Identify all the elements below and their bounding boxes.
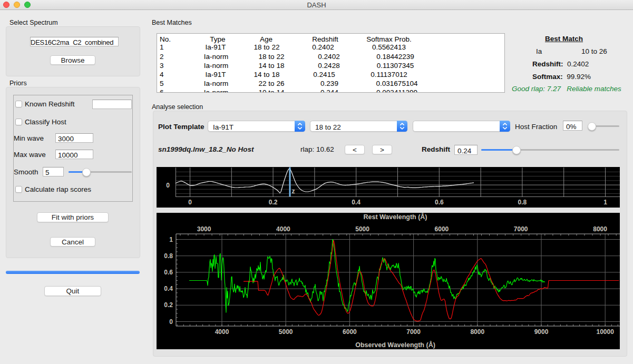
svg-text:z: z [292,188,295,195]
svg-text:0.8: 0.8 [164,252,173,260]
svg-text:0.2: 0.2 [164,301,173,309]
svg-text:9000: 9000 [534,328,549,336]
svg-text:0: 0 [169,318,173,326]
svg-text:4000: 4000 [215,328,229,336]
svg-text:5000: 5000 [355,225,369,233]
svg-text:0.8: 0.8 [518,199,527,206]
svg-text:8000: 8000 [593,225,607,233]
svg-text:7000: 7000 [406,328,421,336]
svg-text:0.6: 0.6 [164,269,173,276]
svg-text:0.2: 0.2 [269,199,278,206]
svg-text:1: 1 [603,199,607,206]
svg-text:6000: 6000 [343,328,357,336]
svg-text:7000: 7000 [514,225,528,233]
svg-text:0: 0 [166,182,170,189]
svg-text:5000: 5000 [279,328,293,336]
svg-text:1: 1 [169,236,173,243]
svg-text:8000: 8000 [470,328,484,336]
svg-text:0.4: 0.4 [352,199,361,206]
svg-text:3000: 3000 [197,225,211,233]
svg-text:6000: 6000 [435,225,449,233]
svg-text:Observed Wavelength (Å): Observed Wavelength (Å) [355,341,435,349]
svg-text:10000: 10000 [597,328,615,336]
svg-text:0.6: 0.6 [435,199,444,206]
svg-text:Rest Wavelength (Å): Rest Wavelength (Å) [363,213,427,221]
svg-text:0: 0 [188,199,192,206]
svg-text:0.4: 0.4 [164,285,173,292]
svg-text:4000: 4000 [276,225,290,233]
